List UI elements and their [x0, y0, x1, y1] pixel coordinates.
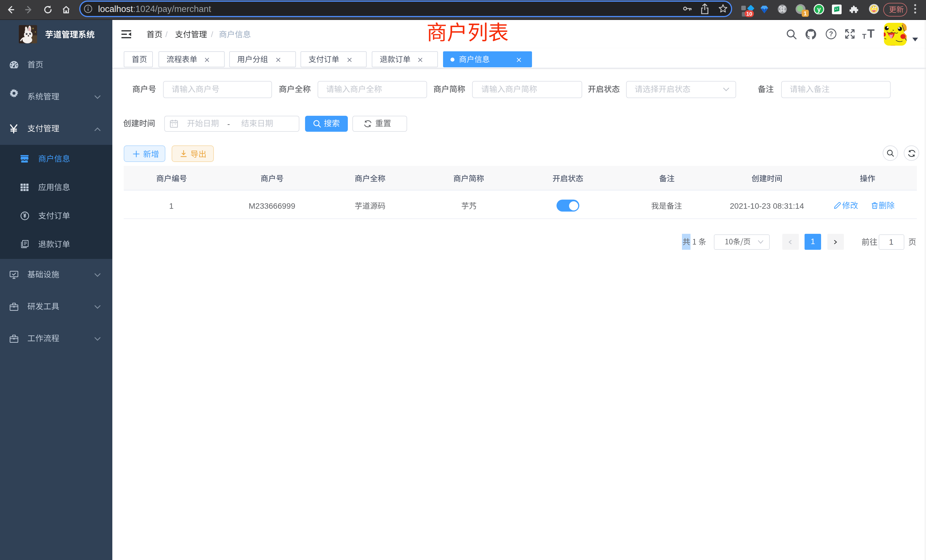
svg-text:1: 1: [804, 10, 807, 17]
svg-text:?: ?: [829, 30, 833, 38]
svg-text:y: y: [817, 5, 821, 13]
svg-text:10: 10: [746, 11, 752, 17]
